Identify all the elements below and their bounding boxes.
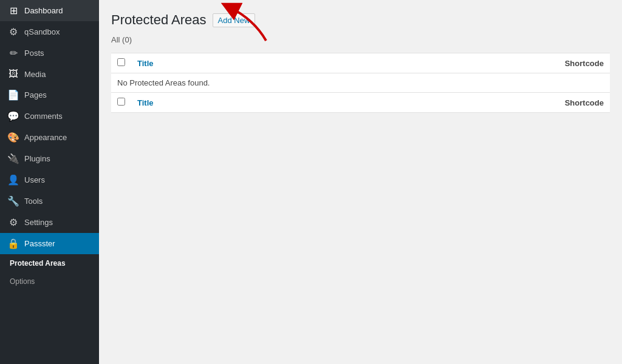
col-header-title[interactable]: Title <box>131 53 301 73</box>
pages-icon: 📄 <box>7 89 19 101</box>
sidebar-label-comments: Comments <box>24 112 63 121</box>
page-title: Protected Areas <box>111 12 207 28</box>
dashboard-icon: ⊞ <box>7 5 19 16</box>
posts-icon: ✏ <box>7 47 19 59</box>
sidebar-item-appearance[interactable]: 🎨 Appearance <box>0 127 99 148</box>
col-footer-shortcode: Shortcode <box>301 93 610 113</box>
sidebar-item-settings[interactable]: ⚙ Settings <box>0 212 99 233</box>
filter-count: (0) <box>122 35 132 44</box>
col-header-shortcode: Shortcode <box>301 53 610 73</box>
col-header-cb <box>111 53 131 73</box>
sidebar-item-qsandbox[interactable]: ⚙ qSandbox <box>0 21 99 42</box>
lock-icon: 🔒 <box>7 238 19 249</box>
select-all-footer-checkbox[interactable] <box>117 98 125 106</box>
media-icon: 🖼 <box>7 69 19 79</box>
arrow-protected-areas <box>99 252 105 276</box>
col-footer-cb <box>111 93 131 113</box>
sidebar-item-passster[interactable]: 🔒 Passster <box>0 233 99 254</box>
sidebar-label-tools: Tools <box>24 197 43 206</box>
appearance-icon: 🎨 <box>7 132 19 143</box>
filter-all-label: All <box>111 35 120 44</box>
tools-icon: 🔧 <box>7 195 19 207</box>
sidebar-label-options: Options <box>10 277 35 286</box>
users-icon: 👤 <box>7 174 19 186</box>
sidebar-label-pages: Pages <box>24 90 47 99</box>
filter-bar: All (0) <box>111 35 610 44</box>
sidebar-item-dashboard[interactable]: ⊞ Dashboard <box>0 0 99 21</box>
sidebar-label-media: Media <box>24 70 46 79</box>
col-footer-title[interactable]: Title <box>131 93 301 113</box>
sidebar-label-dashboard: Dashboard <box>24 6 63 15</box>
gear-icon: ⚙ <box>7 26 19 38</box>
settings-icon: ⚙ <box>7 217 19 228</box>
sidebar-label-users: Users <box>24 175 45 184</box>
filter-all-link[interactable]: All (0) <box>111 35 132 44</box>
sidebar-label-protected-areas: Protected Areas <box>10 259 66 268</box>
table-empty-message: No Protected Areas found. <box>111 73 610 93</box>
sidebar-item-users[interactable]: 👤 Users <box>0 169 99 190</box>
sidebar-item-tools[interactable]: 🔧 Tools <box>0 190 99 212</box>
select-all-checkbox[interactable] <box>117 58 125 66</box>
sidebar-item-options[interactable]: Options <box>0 272 99 291</box>
table-footer-row: Title Shortcode <box>111 93 610 113</box>
sidebar-label-posts: Posts <box>24 49 44 58</box>
comments-icon: 💬 <box>7 110 19 122</box>
sidebar-item-posts[interactable]: ✏ Posts <box>0 42 99 64</box>
table-empty-row: No Protected Areas found. <box>111 73 610 93</box>
sidebar-label-settings: Settings <box>24 218 53 227</box>
sidebar-label-qsandbox: qSandbox <box>24 27 60 36</box>
protected-areas-table: Title Shortcode No Protected Areas found… <box>111 53 610 113</box>
sidebar-item-pages[interactable]: 📄 Pages <box>0 84 99 106</box>
sidebar-label-appearance: Appearance <box>24 133 67 142</box>
sidebar-item-plugins[interactable]: 🔌 Plugins <box>0 148 99 169</box>
sidebar-label-plugins: Plugins <box>24 154 50 163</box>
sidebar: ⊞ Dashboard ⚙ qSandbox ✏ Posts 🖼 Media 📄… <box>0 0 99 364</box>
sidebar-item-protected-areas[interactable]: Protected Areas <box>0 254 99 272</box>
add-new-button[interactable]: Add New <box>213 13 256 27</box>
plugins-icon: 🔌 <box>7 153 19 164</box>
sidebar-label-passster: Passster <box>24 239 55 248</box>
sidebar-item-media[interactable]: 🖼 Media <box>0 64 99 84</box>
page-header: Protected Areas Add New <box>111 12 610 28</box>
sidebar-item-comments[interactable]: 💬 Comments <box>0 106 99 127</box>
table-header-row: Title Shortcode <box>111 53 610 73</box>
main-content: Protected Areas Add New All (0) Title Sh… <box>99 0 622 364</box>
